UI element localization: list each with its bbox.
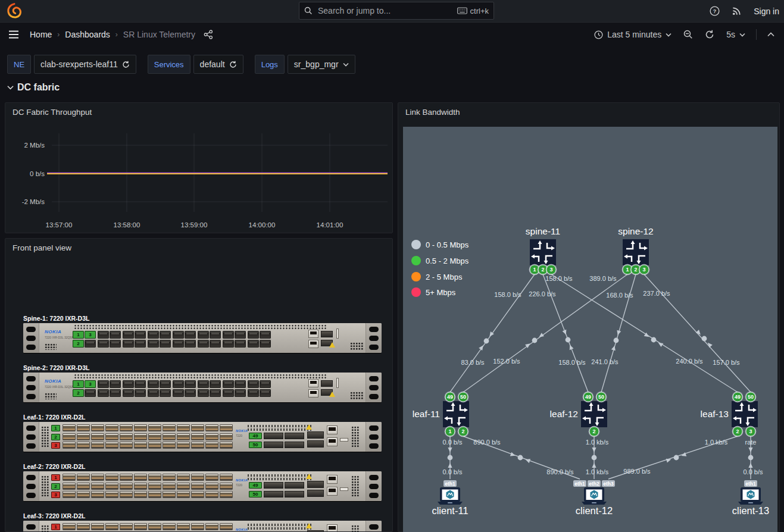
topology-node-spine-12[interactable]: spine-12123 bbox=[618, 226, 653, 276]
menu-toggle-icon[interactable] bbox=[8, 30, 19, 39]
topology-node-leaf-13[interactable]: leaf-13495023 bbox=[701, 392, 758, 437]
dashboard-variables: NEclab-srexperts-leaf11ServicesdefaultLo… bbox=[7, 55, 355, 74]
variable-label: Logs bbox=[255, 55, 285, 74]
device-label: Spine-2: 7220 IXR-D3L bbox=[23, 364, 382, 371]
svg-text:50: 50 bbox=[598, 394, 604, 400]
zoom-out-time-button[interactable] bbox=[680, 27, 696, 42]
svg-text:eth2: eth2 bbox=[589, 481, 599, 487]
legend-item: 5+ Mbps bbox=[411, 287, 456, 297]
front-panel-leaf-3: Leaf-3: 7220 IXR-D2L123NOKIA72204950 bbox=[23, 512, 382, 531]
svg-text:890.0 b/s: 890.0 b/s bbox=[546, 468, 574, 475]
search-icon bbox=[304, 7, 313, 15]
svg-text:5+ Mbps: 5+ Mbps bbox=[426, 288, 456, 297]
front-panel-spine-2: Spine-2: 7220 IXR-D3LNOKIA7220 IXR-D3L 3… bbox=[23, 364, 382, 402]
variable-label: NE bbox=[7, 55, 31, 74]
clock-icon bbox=[594, 30, 603, 39]
dashboard-toolbar: Home›Dashboards›SR Linux Telemetry Last … bbox=[0, 23, 784, 46]
refresh-button[interactable] bbox=[701, 27, 718, 42]
top-nav-bar: ctrl+k ? Sign in bbox=[0, 0, 784, 23]
panel-link-bandwidth: Link Bandwidth 0 - 0.5 Mbps0.5 - 2 Mbps2… bbox=[398, 102, 780, 532]
svg-text:83.0 b/s: 83.0 b/s bbox=[461, 359, 485, 366]
topology-link: 0.0 b/s0.0 b/s bbox=[442, 436, 463, 479]
svg-text:0 b/s: 0 b/s bbox=[30, 170, 45, 177]
legend-item: 0.5 - 2 Mbps bbox=[411, 256, 469, 265]
refresh-interval-picker[interactable]: 5s bbox=[723, 27, 749, 42]
svg-text:50: 50 bbox=[460, 394, 466, 400]
svg-text:168.0 b/s: 168.0 b/s bbox=[606, 292, 633, 299]
topology-link: rate0.0 b/s bbox=[743, 436, 763, 479]
search-bar[interactable]: ctrl+k bbox=[299, 2, 494, 20]
variable-logs: Logssr_bgp_mgr bbox=[255, 55, 355, 74]
search-shortcut-hint: ctrl+k bbox=[457, 7, 489, 15]
chevron-down-icon bbox=[7, 85, 14, 90]
svg-text:49: 49 bbox=[447, 394, 453, 400]
search-input[interactable] bbox=[317, 5, 457, 16]
share-icon[interactable] bbox=[204, 30, 213, 39]
device-image: 123NOKIA72204950 bbox=[23, 521, 382, 531]
toolbar-divider bbox=[756, 29, 757, 40]
svg-text:client-11: client-11 bbox=[432, 505, 468, 516]
topology-canvas[interactable]: 0 - 0.5 Mbps0.5 - 2 Mbps2 - 5 Mbps5+ Mbp… bbox=[403, 127, 777, 532]
topology-node-client-12[interactable]: eth1eth2eth3client-12 bbox=[573, 480, 615, 516]
svg-text:1.0 kb/s: 1.0 kb/s bbox=[586, 468, 609, 475]
topology-node-client-13[interactable]: eth1client-13 bbox=[732, 480, 769, 516]
topology-node-leaf-12[interactable]: leaf-1249502 bbox=[550, 392, 607, 437]
breadcrumb-item-home[interactable]: Home bbox=[30, 30, 52, 39]
topology-link: 1.0 kb/s989.0 b/s bbox=[608, 436, 738, 479]
svg-text:13:59:00: 13:59:00 bbox=[181, 221, 208, 229]
sign-in-link[interactable]: Sign in bbox=[754, 7, 779, 16]
variable-value-picker[interactable]: default bbox=[193, 55, 243, 74]
panel-title[interactable]: Link Bandwidth bbox=[405, 108, 460, 117]
variable-value-picker[interactable]: clab-srexperts-leaf11 bbox=[34, 55, 136, 74]
svg-text:client-12: client-12 bbox=[576, 505, 613, 516]
news-rss-icon[interactable] bbox=[732, 6, 742, 16]
keyboard-icon bbox=[457, 7, 467, 14]
topology-link: 168.0 b/s241.0 b/s bbox=[591, 274, 636, 392]
front-panel-leaf-1: Leaf-1: 7220 IXR-D2L123NOKIA72204950 bbox=[23, 414, 382, 452]
grafana-logo-icon[interactable] bbox=[6, 2, 23, 19]
collapse-toolbar-button[interactable] bbox=[764, 30, 778, 39]
svg-text:leaf-11: leaf-11 bbox=[413, 409, 440, 419]
svg-text:-2 Mb/s: -2 Mb/s bbox=[22, 198, 45, 205]
topology-node-spine-11[interactable]: spine-11123 bbox=[526, 226, 560, 276]
svg-text:2: 2 bbox=[541, 267, 544, 273]
svg-text:152.0 b/s: 152.0 b/s bbox=[493, 358, 520, 365]
svg-text:2: 2 bbox=[634, 267, 637, 273]
topology-link: 237.0 b/s157.0 b/s bbox=[643, 274, 751, 392]
svg-text:1: 1 bbox=[448, 428, 451, 434]
variable-value-picker[interactable]: sr_bgp_mgr bbox=[288, 55, 355, 74]
svg-text:3: 3 bbox=[749, 428, 752, 434]
breadcrumb-item-sr-linux-telemetry[interactable]: SR Linux Telemetry bbox=[123, 30, 195, 39]
device-label: Spine-1: 7220 IXR-D3L bbox=[23, 315, 382, 322]
svg-text:890.0 b/s: 890.0 b/s bbox=[473, 439, 501, 446]
svg-text:0.5 - 2 Mbps: 0.5 - 2 Mbps bbox=[426, 256, 469, 265]
help-icon[interactable]: ? bbox=[710, 6, 720, 16]
breadcrumb: Home›Dashboards›SR Linux Telemetry bbox=[30, 30, 195, 39]
svg-text:3: 3 bbox=[642, 267, 645, 273]
front-panel-leaf-2: Leaf-2: 7220 IXR-D2L123NOKIA72204950 bbox=[23, 463, 382, 501]
topology-link: 890.0 b/s890.0 b/s bbox=[463, 436, 580, 479]
svg-text:2: 2 bbox=[461, 428, 464, 434]
grafana-app: ctrl+k ? Sign in Home›Dashboards›SR Linu… bbox=[0, 0, 784, 532]
svg-text:989.0 b/s: 989.0 b/s bbox=[623, 468, 651, 475]
topology-node-leaf-11[interactable]: leaf-11495012 bbox=[413, 392, 469, 437]
refresh-icon bbox=[705, 30, 714, 39]
row-dc-fabric[interactable]: DC fabric bbox=[7, 82, 60, 93]
chevron-down-icon bbox=[739, 33, 745, 37]
device-label: Leaf-1: 7220 IXR-D2L bbox=[23, 414, 382, 421]
svg-text:leaf-13: leaf-13 bbox=[701, 409, 729, 419]
breadcrumb-item-dashboards[interactable]: Dashboards bbox=[65, 30, 110, 39]
topology-node-client-11[interactable]: eth1client-11 bbox=[432, 480, 468, 516]
svg-text:2 Mb/s: 2 Mb/s bbox=[24, 142, 45, 149]
device-image: NOKIA7220 IXR-D3L 32QSFP28132 bbox=[23, 373, 382, 402]
svg-text:158.0 b/s: 158.0 b/s bbox=[494, 291, 521, 298]
time-range-picker[interactable]: Last 5 minutes bbox=[591, 27, 675, 42]
svg-text:rate: rate bbox=[745, 439, 757, 446]
zoom-out-icon bbox=[683, 30, 693, 39]
svg-text:1.0 kb/s: 1.0 kb/s bbox=[705, 439, 728, 446]
svg-text:0 - 0.5 Mbps: 0 - 0.5 Mbps bbox=[426, 240, 469, 249]
svg-text:240.0 b/s: 240.0 b/s bbox=[676, 358, 703, 365]
device-label: Leaf-3: 7220 IXR-D2L bbox=[23, 512, 382, 520]
svg-text:237.0 b/s: 237.0 b/s bbox=[643, 290, 670, 297]
front-panel-images: Spine-1: 7220 IXR-D3LNOKIA7220 IXR-D3L 3… bbox=[5, 239, 392, 531]
